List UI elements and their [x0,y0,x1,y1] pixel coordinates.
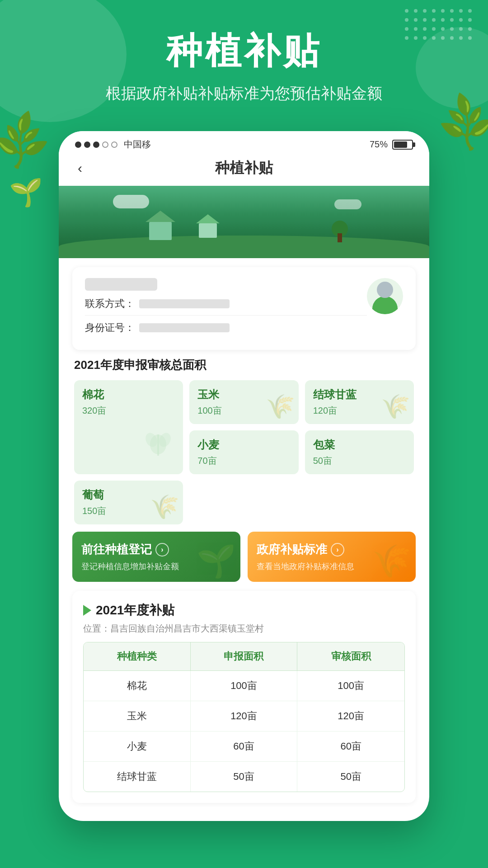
sub-title: 根据政府补贴补贴标准为您预估补贴金额 [0,83,488,104]
td-reported-1: 100亩 [191,671,298,701]
nav-title: 种植补贴 [215,158,273,178]
td-crop-4: 结球甘蓝 [84,762,191,792]
id-blur [139,323,230,332]
signal-dot-1 [75,142,81,148]
battery-fill [394,142,407,148]
crop-card-cotton: 棉花 320亩 [74,380,183,474]
farmland [59,213,429,258]
crop-name-pakchoi: 包菜 [313,438,406,452]
tree-1 [332,221,348,242]
action-buttons: 前往种植登记 › 登记种植信息增加补贴金额 🌱 政府补贴标准 › 查看当地政府补… [72,532,416,582]
back-button[interactable]: ‹ [72,159,88,178]
main-title: 种植补贴 [0,27,488,76]
standard-bg-icon: 🌾 [372,542,411,580]
table-row: 小麦 60亩 60亩 [84,731,404,762]
hero-banner [59,186,429,258]
crop-icon-cabbage: 🌾 [381,393,410,420]
th-approved: 审核面积 [297,642,404,671]
th-crop: 种植种类 [84,642,191,671]
area-title: 2021年度申报审核总面积 [74,357,414,373]
subsidy-table: 种植种类 申报面积 审核面积 棉花 100亩 100亩 玉米 120亩 120亩… [83,642,405,792]
crop-icon-cotton [138,420,178,470]
phone-mockup: 中国移 75% ‹ 种植补贴 [59,131,429,821]
td-approved-1: 100亩 [297,671,404,701]
crop-area-wheat: 70亩 [197,455,290,467]
subsidy-header: 2021年度补贴 [83,602,405,619]
nav-bar: ‹ 种植补贴 [59,154,429,186]
crop-area-cotton: 320亩 [82,405,175,417]
status-left: 中国移 [75,138,151,151]
td-reported-4: 50亩 [191,762,298,792]
register-bg-icon: 🌱 [197,542,236,580]
contact-label: 联系方式： [85,297,135,311]
crop-name-cotton: 棉花 [82,387,175,402]
leaf-right-decoration [429,99,488,235]
user-card: 联系方式： 身份证号： [72,267,416,350]
id-label: 身份证号： [85,321,135,335]
td-approved-4: 50亩 [297,762,404,792]
td-approved-3: 60亩 [297,731,404,761]
avatar-body [372,296,398,314]
play-icon [83,605,91,616]
divider-1 [85,315,367,316]
standard-arrow: › [331,543,344,557]
user-info: 联系方式： 身份证号： [85,278,367,339]
signal-dot-4 [102,142,108,148]
signal-dot-2 [84,142,90,148]
signal-dot-5 [111,142,117,148]
leaf-left-decoration [0,118,59,253]
area-section: 2021年度申报审核总面积 棉花 320亩 [72,357,416,524]
crop-card-wheat: 小麦 70亩 [189,430,298,474]
user-avatar [367,278,403,314]
crop-card-cabbage: 结球甘蓝 120亩 🌾 [305,380,414,424]
cloud-1 [113,195,149,208]
house-2 [199,223,217,238]
register-arrow: › [155,543,169,557]
signal-dot-3 [93,142,99,148]
contact-blur [139,299,230,308]
crop-icon-corn: 🌾 [266,393,295,420]
contact-field: 联系方式： [85,297,367,311]
content-area: 联系方式： 身份证号： 2021年度申报审核总面积 棉花 [59,267,429,803]
td-crop-1: 棉花 [84,671,191,701]
td-crop-2: 玉米 [84,701,191,731]
td-reported-3: 60亩 [191,731,298,761]
battery-icon [392,140,413,150]
subsidy-section: 2021年度补贴 位置：昌吉回族自治州昌吉市大西渠镇玉堂村 种植种类 申报面积 … [72,591,416,803]
crop-card-grape: 葡萄 150亩 🌾 [74,481,183,524]
status-right: 75% [370,139,413,150]
crop-area-pakchoi: 50亩 [313,455,406,467]
battery-percentage: 75% [370,139,388,150]
status-bar: 中国移 75% [59,131,429,154]
th-reported: 申报面积 [191,642,298,671]
id-field: 身份证号： [85,321,367,335]
crop-name-wheat: 小麦 [197,438,290,452]
td-approved-2: 120亩 [297,701,404,731]
table-row: 玉米 120亩 120亩 [84,701,404,731]
table-header: 种植种类 申报面积 审核面积 [84,642,404,671]
tree-trunk [338,233,342,242]
crop-grid: 棉花 320亩 玉米 100亩 🌾 [74,380,414,524]
cloud-2 [334,199,361,209]
td-crop-3: 小麦 [84,731,191,761]
table-row: 结球甘蓝 50亩 50亩 [84,762,404,792]
avatar-head [377,282,393,298]
table-row: 棉花 100亩 100亩 [84,671,404,701]
standard-button[interactable]: 政府补贴标准 › 查看当地政府补贴标准信息 🌾 [248,532,416,582]
crop-card-pakchoi: 包菜 50亩 [305,430,414,474]
house-1 [149,222,172,240]
register-button[interactable]: 前往种植登记 › 登记种植信息增加补贴金额 🌱 [72,532,240,582]
carrier-name: 中国移 [124,138,151,151]
title-area: 种植补贴 根据政府补贴补贴标准为您预估补贴金额 [0,27,488,104]
td-reported-2: 120亩 [191,701,298,731]
user-name-blur [85,278,157,291]
subsidy-title: 2021年度补贴 [96,602,174,619]
crop-card-corn: 玉米 100亩 🌾 [189,380,298,424]
subsidy-location: 位置：昌吉回族自治州昌吉市大西渠镇玉堂村 [83,623,405,635]
crop-icon-grape: 🌾 [150,493,179,521]
